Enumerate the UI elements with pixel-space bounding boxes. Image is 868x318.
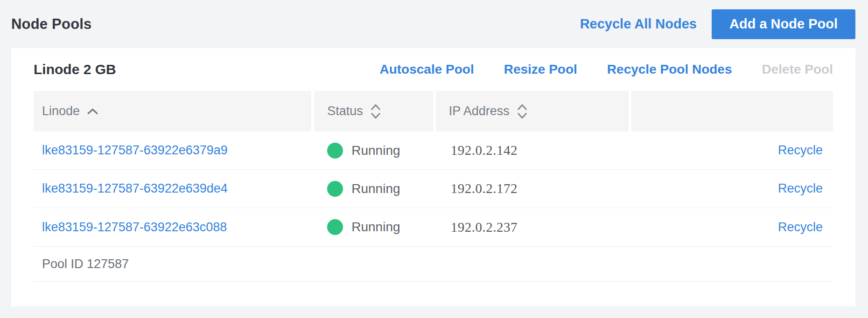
sort-icon — [517, 102, 528, 121]
sort-icon — [370, 102, 381, 121]
page-header-actions: Recycle All Nodes Add a Node Pool — [580, 9, 855, 39]
table-footer-row: Pool ID 127587 — [34, 246, 833, 282]
node-pool-card: Linode 2 GB Autoscale Pool Resize Pool R… — [11, 48, 855, 306]
recycle-pool-nodes-button[interactable]: Recycle Pool Nodes — [607, 62, 732, 77]
column-header-linode[interactable]: Linode — [34, 91, 314, 131]
ip-address-cell: 192.0.2.142 — [436, 131, 632, 169]
column-header-status-label: Status — [327, 104, 363, 118]
column-header-ip-address[interactable]: IP Address — [436, 91, 632, 131]
status-running-dot-icon — [327, 143, 343, 159]
page-title: Node Pools — [11, 16, 92, 33]
table-header-row: Linode Status IP Address — [34, 91, 833, 131]
recycle-node-button[interactable]: Recycle — [778, 220, 823, 235]
resize-pool-button[interactable]: Resize Pool — [504, 62, 577, 77]
status-running-dot-icon — [327, 219, 343, 235]
status-cell: Running — [314, 131, 435, 169]
status-cell: Running — [314, 208, 435, 246]
delete-pool-button[interactable]: Delete Pool — [762, 62, 833, 77]
column-header-actions — [631, 91, 833, 131]
status-cell: Running — [314, 170, 435, 207]
pool-title: Linode 2 GB — [34, 62, 116, 77]
recycle-node-button[interactable]: Recycle — [778, 143, 823, 158]
column-header-status[interactable]: Status — [314, 91, 435, 131]
status-label: Running — [351, 181, 400, 196]
table-row: lke83159-127587-63922e6379a9 Running 192… — [34, 131, 833, 170]
linode-cell: lke83159-127587-63922e639de4 — [34, 170, 314, 207]
table-row: lke83159-127587-63922e639de4 Running 192… — [34, 170, 833, 208]
row-action-cell: Recycle — [631, 208, 833, 246]
ip-address-cell: 192.0.2.237 — [436, 208, 632, 246]
pool-id-label: Pool ID 127587 — [42, 257, 129, 271]
linode-link[interactable]: lke83159-127587-63922e6379a9 — [42, 143, 228, 158]
page-header: Node Pools Recycle All Nodes Add a Node … — [0, 0, 868, 48]
linode-cell: lke83159-127587-63922e6379a9 — [34, 131, 314, 169]
column-header-ip-address-label: IP Address — [449, 104, 510, 118]
recycle-node-button[interactable]: Recycle — [778, 181, 823, 196]
linode-link[interactable]: lke83159-127587-63922e63c088 — [42, 220, 227, 235]
row-action-cell: Recycle — [631, 170, 833, 207]
status-label: Running — [351, 220, 400, 235]
add-node-pool-button[interactable]: Add a Node Pool — [712, 9, 855, 39]
row-action-cell: Recycle — [631, 131, 833, 169]
column-header-linode-label: Linode — [42, 104, 80, 118]
status-label: Running — [351, 143, 400, 158]
status-running-dot-icon — [327, 181, 343, 197]
recycle-all-nodes-button[interactable]: Recycle All Nodes — [580, 16, 697, 32]
linode-cell: lke83159-127587-63922e63c088 — [34, 208, 314, 246]
sort-ascending-icon — [87, 108, 98, 115]
linode-link[interactable]: lke83159-127587-63922e639de4 — [42, 181, 228, 196]
table-row: lke83159-127587-63922e63c088 Running 192… — [34, 208, 833, 246]
ip-address-cell: 192.0.2.172 — [436, 170, 632, 207]
autoscale-pool-button[interactable]: Autoscale Pool — [379, 62, 474, 77]
node-pool-card-header: Linode 2 GB Autoscale Pool Resize Pool R… — [11, 48, 855, 91]
pool-actions: Autoscale Pool Resize Pool Recycle Pool … — [379, 62, 833, 77]
node-pool-table: Linode Status IP Address — [34, 91, 833, 282]
